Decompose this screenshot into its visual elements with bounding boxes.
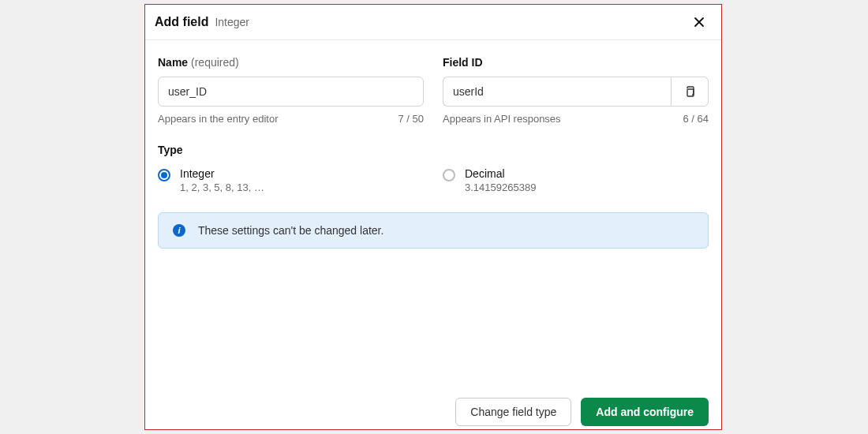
- name-help-text: Appears in the entry editor: [158, 113, 278, 125]
- field-row: Name (required) Appears in the entry edi…: [158, 56, 709, 125]
- radio-icon: [158, 169, 170, 181]
- type-option-decimal[interactable]: Decimal 3.14159265389: [443, 167, 709, 193]
- modal-title-group: Add field Integer: [155, 15, 249, 29]
- field-id-char-count: 6 / 64: [683, 113, 709, 125]
- name-char-count: 7 / 50: [398, 113, 424, 125]
- radio-title: Decimal: [465, 167, 536, 180]
- field-id-label: Field ID: [443, 56, 709, 69]
- modal-subtitle: Integer: [215, 16, 249, 28]
- info-banner-text: These settings can't be changed later.: [198, 224, 383, 237]
- name-label-text: Name: [158, 56, 188, 69]
- info-banner: i These settings can't be changed later.: [158, 212, 709, 249]
- name-label: Name (required): [158, 56, 424, 69]
- add-and-configure-button[interactable]: Add and configure: [581, 398, 709, 426]
- modal-footer: Change field type Add and configure: [145, 390, 721, 429]
- copy-button[interactable]: [671, 77, 709, 107]
- field-id-help-row: Appears in API responses 6 / 64: [443, 113, 709, 125]
- copy-icon: [683, 85, 696, 98]
- field-id-help-text: Appears in API responses: [443, 113, 561, 125]
- close-icon: [693, 16, 705, 28]
- field-id-input-group: [443, 77, 709, 107]
- type-options: Integer 1, 2, 3, 5, 8, 13, … Decimal 3.1…: [158, 167, 709, 193]
- field-id-column: Field ID Appears in API responses 6 / 64: [443, 56, 709, 125]
- field-id-input[interactable]: [443, 77, 671, 107]
- change-field-type-button[interactable]: Change field type: [455, 398, 571, 426]
- close-button[interactable]: [690, 13, 709, 32]
- info-icon: i: [173, 224, 185, 237]
- radio-title: Integer: [180, 167, 264, 180]
- modal-header: Add field Integer: [145, 5, 721, 40]
- modal-title: Add field: [155, 15, 208, 29]
- radio-icon: [443, 169, 455, 181]
- radio-desc: 1, 2, 3, 5, 8, 13, …: [180, 181, 264, 193]
- name-field-column: Name (required) Appears in the entry edi…: [158, 56, 424, 125]
- name-label-annotation: (required): [191, 56, 239, 69]
- type-option-integer[interactable]: Integer 1, 2, 3, 5, 8, 13, …: [158, 167, 424, 193]
- name-help-row: Appears in the entry editor 7 / 50: [158, 113, 424, 125]
- field-id-label-text: Field ID: [443, 56, 483, 69]
- radio-text: Decimal 3.14159265389: [465, 167, 536, 193]
- type-section-label: Type: [158, 144, 709, 156]
- name-input[interactable]: [158, 77, 424, 107]
- add-field-modal: Add field Integer Name (required) Appear…: [144, 4, 722, 430]
- radio-text: Integer 1, 2, 3, 5, 8, 13, …: [180, 167, 264, 193]
- modal-body: Name (required) Appears in the entry edi…: [145, 40, 721, 390]
- radio-desc: 3.14159265389: [465, 181, 536, 193]
